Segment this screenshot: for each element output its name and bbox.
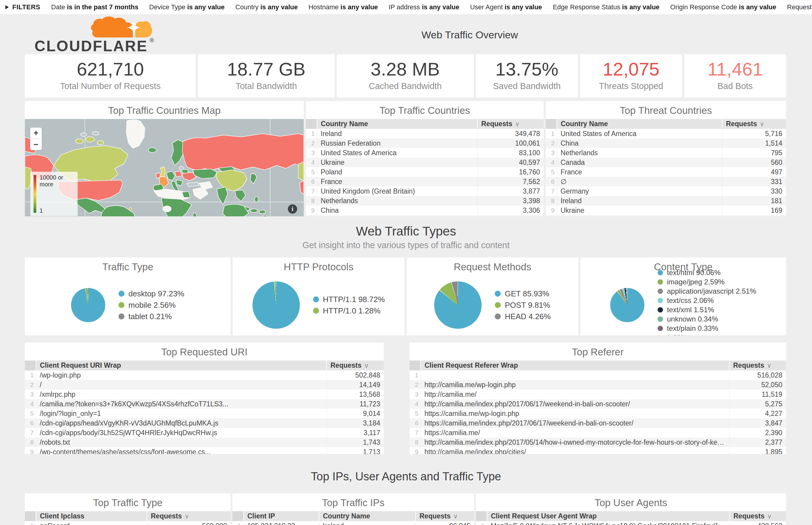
- pie-legend: text/html 90.06%image/jpeg 2.59%applicat…: [658, 268, 756, 335]
- sort-desc-icon[interactable]: ∨: [767, 513, 772, 520]
- content-type-pie-chart[interactable]: [610, 288, 645, 322]
- filter-item[interactable]: User Agent is any value: [470, 3, 542, 11]
- row-index: 8: [410, 437, 421, 447]
- cell-value: Singapore: [557, 215, 722, 216]
- legend-item: application/javascript 2.51%: [658, 287, 756, 296]
- kpi-label: Threats Stopped: [580, 81, 682, 91]
- request-methods-pie-chart[interactable]: [434, 281, 482, 329]
- table-row: 6France7,562: [306, 177, 544, 186]
- cell-value: Ukraine: [557, 206, 722, 215]
- legend-item: mobile 2.56%: [118, 301, 184, 310]
- kpi-label: Bad Bots: [684, 81, 786, 91]
- filter-item[interactable]: Date is in the past 7 months: [51, 3, 138, 11]
- cell-requests: 1,895: [729, 447, 786, 454]
- cell-value: Poland: [317, 167, 477, 177]
- cell-value: noRecord: [36, 521, 147, 525]
- cell-value: Netherlands: [557, 148, 722, 158]
- column-header-requests[interactable]: Requests∨: [722, 119, 786, 129]
- column-header-country[interactable]: Country Name: [317, 119, 477, 129]
- column-header-user-agent[interactable]: Client Request User Agent Wrap: [487, 511, 729, 521]
- row-index: 8: [546, 196, 557, 206]
- cell-requests: 100,061: [477, 138, 544, 148]
- row-index: 2: [25, 380, 36, 390]
- world-choropleth-map[interactable]: + − 10000 or more 1 i: [25, 119, 304, 216]
- legend-item: HTTP/1.1 98.72%: [313, 295, 385, 304]
- row-number-header: [306, 119, 317, 129]
- zoom-in-button[interactable]: +: [30, 127, 42, 139]
- legend-item: unknown 0.34%: [658, 315, 756, 323]
- column-header-country[interactable]: Country Name: [557, 119, 722, 129]
- sort-desc-icon[interactable]: ∨: [364, 362, 369, 369]
- column-header-requests[interactable]: Requests∨: [477, 119, 544, 129]
- sort-desc-icon[interactable]: ∨: [760, 120, 764, 127]
- column-header-requests[interactable]: Requests∨: [416, 511, 474, 521]
- filter-item[interactable]: Origin Response Code is any value: [670, 3, 776, 11]
- legend-dot-icon: [658, 298, 663, 303]
- row-index: 4: [25, 399, 36, 409]
- row-index: 10: [546, 215, 557, 216]
- filter-item[interactable]: Country is any value: [235, 3, 298, 11]
- filter-item[interactable]: IP address is any value: [389, 3, 459, 11]
- page-title: Web Traffic Overview: [154, 29, 785, 41]
- legend-label: HEAD 4.26%: [505, 312, 550, 321]
- cell-value: Ireland: [317, 129, 477, 138]
- table-row: 8Netherlands3,398: [306, 196, 544, 206]
- cell-value: /wp-login.php: [36, 370, 326, 380]
- table-row: 5/login/?login_only=19,014: [25, 409, 384, 418]
- sort-desc-icon[interactable]: ∨: [453, 513, 458, 520]
- cell-requests: 96,945: [416, 521, 474, 525]
- column-header-requests[interactable]: Requests∨: [147, 511, 231, 521]
- filter-item[interactable]: Request URI is any value: [787, 3, 812, 11]
- cell-value: https://camilia.me/index.php/2017/06/17/…: [421, 418, 729, 428]
- table-row: 8Ireland181: [546, 196, 786, 206]
- zoom-out-button[interactable]: −: [30, 139, 42, 150]
- column-header-requests[interactable]: Requests∨: [326, 360, 384, 370]
- row-number-header: [410, 360, 421, 370]
- column-header-referer[interactable]: Client Request Referer Wrap: [421, 360, 729, 370]
- pie-legend: desktop 97.23%mobile 2.56%tablet 0.21%: [118, 287, 184, 323]
- legend-dot-icon: [658, 316, 663, 322]
- column-header-ipclass[interactable]: Client Ipclass: [36, 511, 147, 521]
- cell-value: United Kingdom (Great Britain): [317, 186, 477, 196]
- filter-item[interactable]: Edge Response Status is any value: [552, 3, 659, 11]
- filter-item[interactable]: Device Type is any value: [149, 3, 225, 11]
- cell-requests: 568,088: [147, 521, 231, 525]
- kpi-threats-stopped: 12,075 Threats Stopped: [580, 54, 682, 97]
- column-header-requests[interactable]: Requests∨: [729, 360, 786, 370]
- kpi-value: 3.28 MB: [337, 59, 474, 79]
- row-index: 1: [546, 129, 557, 138]
- table-row: 2http://camilia.me/wp-login.php52,050: [410, 380, 786, 390]
- cell-value: /login/?login_only=1: [36, 409, 326, 418]
- cell-value: Ireland: [557, 196, 722, 206]
- table-row: 2Russian Federation100,061: [306, 138, 544, 148]
- sort-desc-icon[interactable]: ∨: [767, 362, 771, 369]
- row-index: 1: [25, 370, 36, 380]
- row-number-header: [25, 511, 36, 521]
- cell-requests: 3,306: [477, 206, 544, 215]
- cell-requests: 331: [722, 177, 786, 186]
- filter-item[interactable]: Hostname is any value: [309, 3, 378, 11]
- table-row: 5https://camilia.me/wp-login.php4,227: [410, 409, 786, 418]
- column-header-requests[interactable]: Requests∨: [729, 511, 786, 521]
- sort-desc-icon[interactable]: ∨: [185, 513, 189, 520]
- panel-title: Top Traffic IPs: [232, 493, 474, 511]
- kpi-label: Total Bandwidth: [198, 81, 335, 91]
- table-row: 10Singapore159: [546, 215, 786, 216]
- http-protocols-pie-chart[interactable]: [252, 281, 300, 329]
- top-user-agents-panel: Top User Agents Client Request User Agen…: [476, 493, 786, 525]
- map-legend: 10000 or more 1: [30, 172, 78, 216]
- cell-requests: 516,028: [729, 370, 786, 380]
- filters-toggle[interactable]: FILTERS: [5, 3, 41, 11]
- column-header-client-ip[interactable]: Client IP: [243, 511, 319, 521]
- map-info-button[interactable]: i: [288, 204, 297, 214]
- cell-value: [421, 370, 729, 380]
- kpi-label: Cached Bandwidth: [337, 81, 474, 91]
- kpi-cached-bandwidth: 3.28 MB Cached Bandwidth: [337, 54, 474, 97]
- legend-item: tablet 0.21%: [118, 312, 184, 321]
- sort-desc-icon[interactable]: ∨: [515, 120, 520, 127]
- column-header-uri[interactable]: Client Request URI Wrap: [36, 360, 326, 370]
- table-row: 4http://camilia.me/index.php/2017/06/17/…: [410, 399, 786, 409]
- column-header-country[interactable]: Country Name: [319, 511, 416, 521]
- traffic-type-pie-chart[interactable]: [71, 288, 105, 322]
- cell-requests: 5,716: [722, 129, 786, 138]
